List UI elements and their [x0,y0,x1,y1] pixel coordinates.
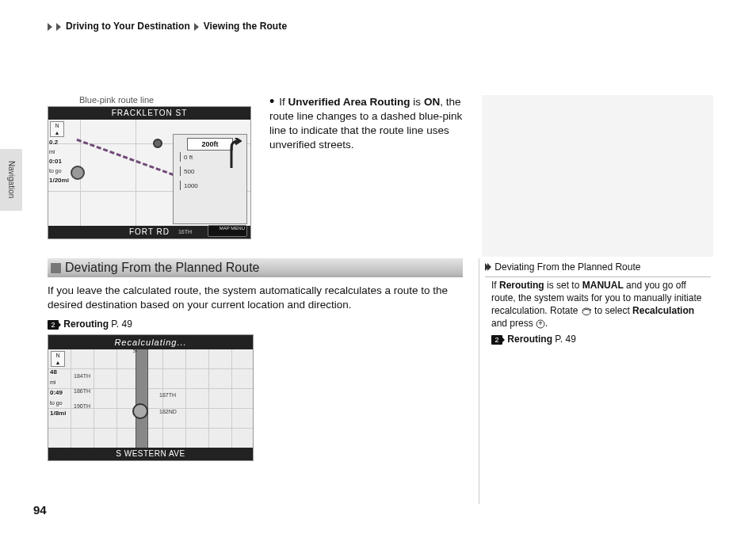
turn-distance-ladder: 0 ft 500 1000 [180,152,198,195]
xref-page: P. 49 [111,318,132,330]
remaining-time: 0:01 [49,158,62,165]
cross-reference-rerouting: 2 Rerouting P. 49 [48,317,464,331]
txt: is [410,96,424,108]
compass-icon: N ▲ [50,121,64,137]
xref-icon: 2 [491,335,502,345]
street-label: 190TH [74,403,90,409]
bullet-unverified-routing: •If Unverified Area Routing is ON, the r… [269,95,464,152]
street-label: 187TH [159,392,177,398]
section-heading-label: Deviating From the Planned Route [65,261,259,275]
section-heading-deviating: Deviating From the Planned Route [48,258,463,277]
xref-page: P. 49 [555,334,575,345]
chevron-right-icon [56,23,61,31]
turn-arrow-icon [221,138,242,170]
body-text: If you leave the calculated route, the s… [48,284,464,331]
compass-icon: N ▲ [51,351,65,367]
time-label: to go [50,399,77,407]
txt: to select [592,305,632,316]
txt-bold: Unverified Area Routing [288,96,410,108]
nav-screenshot-recalculating: WESTERN Recalculating... N ▲ 48 mi 0:49 … [48,334,254,461]
txt-bold: Rerouting [499,280,544,291]
cross-street-label: 16TH [178,226,192,238]
ladder-0: 0 ft [180,152,198,162]
sidebar-heading: Deviating From the Planned Route [485,261,711,277]
txt: If [491,280,499,291]
time-label: to go [49,168,62,174]
remaining-time: 0:49 [50,389,63,396]
txt: is set to [544,280,582,291]
xref-label: Rerouting [63,318,109,330]
txt-bold: MANUAL [582,280,624,291]
rotary-dial-icon [581,307,592,316]
figure-caption: Blue-pink route line [79,95,254,105]
street-labels-right: 187TH 182ND [159,381,177,425]
enter-button-icon [536,319,545,329]
chevron-right-icon [48,23,52,31]
txt: and press [491,318,536,329]
chevron-right-icon [194,23,199,31]
street-label: 184TH [74,373,90,379]
map-scale: 1/20mi [49,177,69,184]
recalculating-bar: Recalculating... [48,335,253,349]
bullet-icon: • [269,93,274,109]
vehicle-position-icon [132,403,148,419]
column-divider [479,258,479,504]
street-label: 182ND [159,409,177,414]
current-street-bar: S WESTERN AVE [48,448,253,460]
compass-arrow: ▲ [52,359,64,366]
highway-icon [136,349,148,448]
section-tab-label: Navigation [7,161,16,198]
compass-arrow: ▲ [51,129,63,136]
txt: If [279,96,288,108]
txt: . [545,318,548,329]
compass-n: N [52,352,64,359]
double-chevron-icon [485,262,490,273]
sidebar-body: If Rerouting is set to MANUAL and you go… [491,279,705,345]
ladder-2: 1000 [180,181,198,190]
cross-reference-rerouting: 2 Rerouting P. 49 [491,333,705,345]
txt-bold: ON [424,96,440,108]
sidebar-heading-label: Deviating From the Planned Route [494,261,640,273]
section-tab-navigation: Navigation [0,149,22,211]
ladder-1: 500 [180,166,198,176]
destination-icon [153,139,162,148]
nav-screenshot-unverified-route: FRACKLETON ST N ▲ 0.2 mi 0:01 to go 1/20… [48,106,251,239]
trip-info: 0.2 mi 0:01 to go 1/20mi [49,139,73,186]
current-street-bar: FRACKLETON ST [48,107,250,120]
xref-icon: 2 [48,320,59,330]
svg-point-0 [582,309,590,315]
compass-n: N [51,122,63,129]
remaining-distance: 0.2 [49,139,58,146]
trip-info: 48 mi 0:49 to go 1/8mi [50,368,77,420]
map-menu-button: MAP MENU [208,225,247,237]
next-street-label: FORT RD [129,226,170,238]
remaining-distance: 48 [50,368,57,376]
txt-bold: Recalculation [632,305,694,316]
breadcrumb: Driving to Your Destination Viewing the … [48,21,287,32]
street-label: 186TH [74,388,90,394]
breadcrumb-level1: Driving to Your Destination [66,21,190,32]
turn-guidance-panel: 200ft 0 ft 500 1000 [173,134,247,224]
body-paragraph: If you leave the calculated route, the s… [48,284,448,311]
heading-square-icon [51,263,61,273]
sidebar-tint [482,95,713,257]
page-number: 94 [33,503,47,517]
distance-unit: mi [49,149,55,154]
distance-unit: mi [50,379,77,387]
breadcrumb-level2: Viewing the Route [204,21,288,32]
xref-label: Rerouting [507,334,552,345]
map-scale: 1/8mi [50,410,66,417]
street-labels-left: 184TH 186TH 190TH [74,364,90,418]
